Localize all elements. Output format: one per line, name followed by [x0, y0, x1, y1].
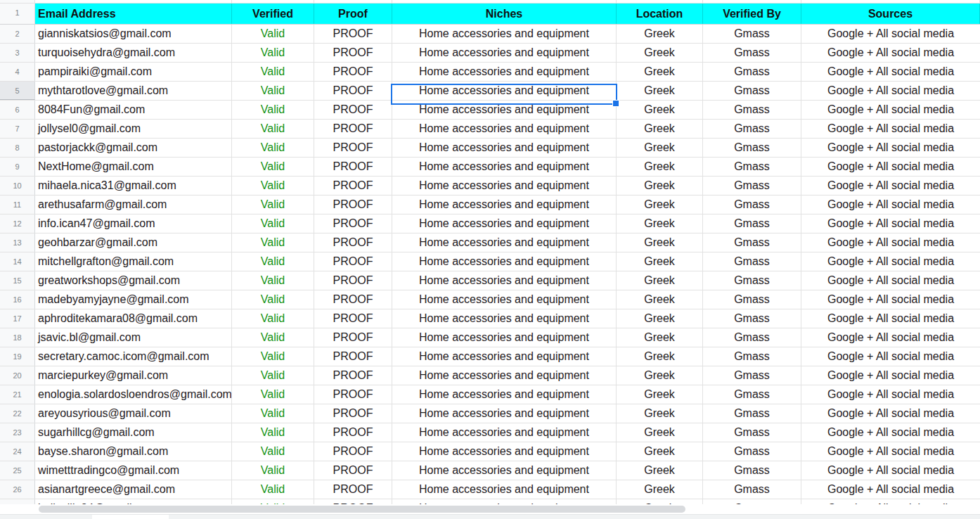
row-number[interactable]: 1 — [0, 4, 35, 24]
cell-location[interactable]: Greek — [617, 63, 703, 81]
cell-email[interactable]: mihaela.nica31@gmail.com — [35, 177, 232, 195]
cell-proof[interactable]: PROOF — [314, 328, 392, 347]
row-number[interactable]: 16 — [0, 290, 35, 309]
cell-proof[interactable]: PROOF — [314, 25, 392, 43]
cell-verified-by[interactable]: Gmass — [703, 328, 801, 347]
cell-verified[interactable]: Valid — [232, 177, 314, 195]
cell-verified-by[interactable]: Gmass — [703, 63, 801, 81]
header-email-address[interactable]: Email Address — [35, 4, 232, 24]
cell-verified[interactable]: Valid — [232, 196, 314, 214]
cell-sources[interactable]: Google + All social media — [801, 25, 980, 43]
cell-niches[interactable]: Home accessories and equipment — [392, 423, 617, 442]
cell-location[interactable]: Greek — [617, 423, 703, 442]
cell-location[interactable]: Greek — [617, 442, 703, 461]
header-location[interactable]: Location — [617, 4, 703, 24]
cell-location[interactable]: Greek — [617, 347, 703, 366]
cell-proof[interactable]: PROOF — [314, 499, 392, 504]
cell-niches[interactable]: Home accessories and equipment — [392, 309, 617, 328]
row-number[interactable]: 10 — [0, 177, 35, 195]
cell-sources[interactable]: Google + All social media — [801, 252, 980, 271]
cell-verified-by[interactable]: Gmass — [703, 120, 801, 138]
cell-sources[interactable]: Google + All social media — [801, 290, 980, 309]
cell-verified-by[interactable]: Gmass — [703, 309, 801, 328]
cell-niches[interactable]: Home accessories and equipment — [392, 499, 617, 504]
cell-verified-by[interactable]: Gmass — [703, 404, 801, 423]
cell-verified-by[interactable]: Gmass — [703, 177, 801, 195]
cell-proof[interactable]: PROOF — [314, 461, 392, 480]
row-number[interactable]: 22 — [0, 404, 35, 423]
cell-niches[interactable]: Home accessories and equipment — [392, 120, 617, 138]
cell-sources[interactable]: Google + All social media — [801, 309, 980, 328]
cell-sources[interactable]: Google + All social media — [801, 328, 980, 347]
cell-niches[interactable]: Home accessories and equipment — [392, 44, 617, 62]
cell-proof[interactable]: PROOF — [314, 177, 392, 195]
cell-email[interactable]: bayse.sharon@gmail.com — [35, 442, 232, 461]
cell-location[interactable]: Greek — [617, 25, 703, 43]
cell-location[interactable]: Greek — [617, 139, 703, 157]
row-number[interactable]: 25 — [0, 461, 35, 480]
cell-verified[interactable]: Valid — [232, 385, 314, 404]
cell-verified-by[interactable]: Gmass — [703, 252, 801, 271]
row-number[interactable]: 26 — [0, 480, 35, 499]
cell-location[interactable]: Greek — [617, 271, 703, 290]
header-verified-by[interactable]: Verified By — [703, 4, 801, 24]
cell-proof[interactable]: PROOF — [314, 63, 392, 81]
cell-verified[interactable]: Valid — [232, 309, 314, 328]
cell-niches[interactable]: Home accessories and equipment — [392, 328, 617, 347]
cell-email[interactable]: info.ican47@gmail.com — [35, 214, 232, 233]
header-niches[interactable]: Niches — [392, 4, 617, 24]
cell-email[interactable]: asianartgreece@gmail.com — [35, 480, 232, 499]
cell-niches[interactable]: Home accessories and equipment — [392, 442, 617, 461]
cell-niches[interactable]: Home accessories and equipment — [392, 271, 617, 290]
cell-verified-by[interactable]: Gmass — [703, 423, 801, 442]
cell-verified-by[interactable]: Gmass — [703, 101, 801, 119]
cell-location[interactable]: Greek — [617, 309, 703, 328]
cell-niches[interactable]: Home accessories and equipment — [392, 385, 617, 404]
cell-email[interactable]: jsavic.bl@gmail.com — [35, 328, 232, 347]
cell-verified-by[interactable]: Gmass — [703, 25, 801, 43]
cell-location[interactable]: Greek — [617, 101, 703, 119]
cell-verified-by[interactable]: Gmass — [703, 499, 801, 504]
header-sources[interactable]: Sources — [801, 4, 980, 24]
cell-proof[interactable]: PROOF — [314, 423, 392, 442]
cell-verified-by[interactable]: Gmass — [703, 214, 801, 233]
cell-niches[interactable]: Home accessories and equipment — [392, 461, 617, 480]
header-proof[interactable]: Proof — [314, 4, 392, 24]
cell-verified-by[interactable]: Gmass — [703, 158, 801, 176]
cell-location[interactable]: Greek — [617, 404, 703, 423]
cell-verified[interactable]: Valid — [232, 271, 314, 290]
cell-location[interactable]: Greek — [617, 214, 703, 233]
row-number[interactable]: 19 — [0, 347, 35, 366]
cell-email[interactable]: 8084Fun@gmail.com — [35, 101, 232, 119]
cell-sources[interactable]: Google + All social media — [801, 120, 980, 138]
row-number[interactable]: 15 — [0, 271, 35, 290]
row-number[interactable]: 9 — [0, 158, 35, 176]
cell-verified[interactable]: Valid — [232, 233, 314, 252]
cell-email[interactable]: secretary.camoc.icom@gmail.com — [35, 347, 232, 366]
cell-proof[interactable]: PROOF — [314, 44, 392, 62]
cell-email[interactable]: mitchellgrafton@gmail.com — [35, 252, 232, 271]
cell-niches[interactable]: Home accessories and equipment — [392, 139, 617, 157]
cell-sources[interactable]: Google + All social media — [801, 385, 980, 404]
cell-proof[interactable]: PROOF — [314, 82, 392, 100]
cell-niches[interactable]: Home accessories and equipment — [392, 82, 617, 100]
cell-email[interactable]: madebyamyjayne@gmail.com — [35, 290, 232, 309]
cell-sources[interactable]: Google + All social media — [801, 347, 980, 366]
cell-niches[interactable]: Home accessories and equipment — [392, 214, 617, 233]
cell-proof[interactable]: PROOF — [314, 480, 392, 499]
cell-verified-by[interactable]: Gmass — [703, 290, 801, 309]
row-number[interactable]: 23 — [0, 423, 35, 442]
cell-sources[interactable]: Google + All social media — [801, 101, 980, 119]
cell-proof[interactable]: PROOF — [314, 252, 392, 271]
cell-verified[interactable]: Valid — [232, 442, 314, 461]
row-number[interactable]: 13 — [0, 233, 35, 252]
cell-verified[interactable]: Valid — [232, 101, 314, 119]
cell-location[interactable]: Greek — [617, 177, 703, 195]
cell-proof[interactable]: PROOF — [314, 158, 392, 176]
cell-verified-by[interactable]: Gmass — [703, 442, 801, 461]
cell-sources[interactable]: Google + All social media — [801, 271, 980, 290]
row-number[interactable]: 18 — [0, 328, 35, 347]
row-number[interactable]: 5 — [0, 82, 35, 100]
cell-niches[interactable]: Home accessories and equipment — [392, 25, 617, 43]
cell-niches[interactable]: Home accessories and equipment — [392, 233, 617, 252]
